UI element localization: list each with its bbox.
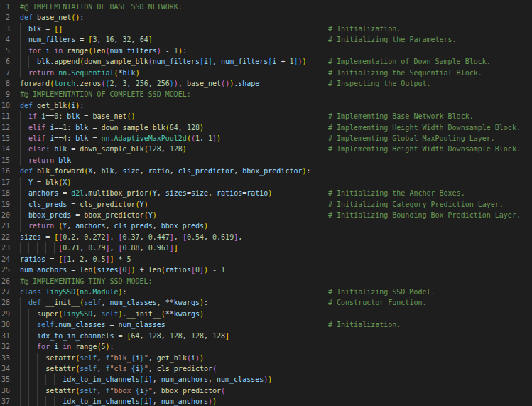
code-line[interactable]: 17 Y = blk(X)	[0, 177, 532, 188]
code-line[interactable]: 9#@ IMPLEMENTATION OF COMPLETE SSD MODEL…	[0, 89, 532, 100]
code-line[interactable]: 5 for i in range(len(num_filters) - 1):	[0, 46, 532, 56]
code-token: :	[80, 102, 84, 109]
line-number[interactable]: 22	[0, 232, 10, 242]
line-number[interactable]: 30	[0, 319, 10, 330]
line-number[interactable]: 20	[0, 210, 10, 220]
code-line[interactable]: 33 setattr(self, f"blk_{i}", get_blk(i))	[0, 353, 532, 363]
line-number[interactable]: 21	[0, 220, 10, 231]
line-number[interactable]: 28	[0, 297, 10, 308]
code-line[interactable]: 36 setattr(self, f"bbox_{i}", bbox_predi…	[0, 385, 532, 396]
code-token: =	[88, 124, 101, 132]
code-line[interactable]: 11 if i==0: blk = base_net()# Implementi…	[0, 111, 532, 122]
code-line[interactable]: 32 for i in range(5):	[0, 341, 532, 352]
line-number[interactable]: 3	[0, 23, 10, 34]
code-token: =	[67, 266, 80, 274]
code-token: cls_preds	[114, 222, 153, 230]
code-line[interactable]: 34 setattr(self, f"cls_{i}", cls_predict…	[0, 363, 532, 374]
code-line[interactable]: 22sizes = [[0.2, 0.272], [0.37, 0.447], …	[0, 232, 532, 242]
code-line[interactable]: 6 blk.append(down_sample_blk(num_filters…	[0, 56, 532, 67]
line-number[interactable]: 24	[0, 254, 10, 265]
code-token: )	[200, 310, 204, 318]
code-line[interactable]: 24ratios = [[1, 2, 0.5]] * 5	[0, 254, 532, 265]
line-number[interactable]: 36	[0, 385, 10, 396]
code-line[interactable]: 29 super(TinySSD, self).__init__(**kwarg…	[0, 309, 532, 319]
code-token: forward	[20, 80, 50, 87]
code-token: idx_to_in_channels	[63, 375, 139, 383]
line-number[interactable]: 35	[0, 374, 10, 385]
line-number[interactable]: 29	[0, 309, 10, 319]
code-line[interactable]: 23 [0.71, 0.79], [0.88, 0.961]]	[0, 242, 532, 253]
line-number[interactable]: 25	[0, 265, 10, 275]
code-token: size	[123, 167, 140, 175]
code-line[interactable]: 30 self.num_classes = num_classes# Initi…	[0, 319, 532, 330]
code-token	[20, 354, 45, 362]
line-number[interactable]: 27	[0, 287, 10, 297]
line-number[interactable]: 9	[0, 89, 10, 100]
line-number[interactable]: 16	[0, 166, 10, 176]
code-token: for	[28, 47, 41, 55]
code-line[interactable]: 12 elif i==1: blk = down_sample_blk(64, …	[0, 122, 532, 133]
code-token: 32	[123, 36, 131, 43]
code-line[interactable]: 4 num_filters = [3, 16, 32, 64]# Initial…	[0, 34, 532, 45]
code-line[interactable]: 25num_anchors = len(sizes[0]) + len(rati…	[0, 265, 532, 275]
line-number[interactable]: 37	[0, 396, 10, 406]
line-number[interactable]: 23	[0, 242, 10, 253]
code-token: base_net	[92, 112, 126, 120]
inline-comment: # Inspecting the Output.	[328, 78, 431, 89]
line-number[interactable]: 12	[0, 122, 10, 133]
code-line[interactable]: 18 anchors = d2l.multibox_prior(Y, sizes…	[0, 188, 532, 198]
line-number[interactable]: 19	[0, 199, 10, 210]
code-line[interactable]: 1#@ IMPLEMENTATION OF BASE SSD NETWORK:	[0, 1, 532, 12]
inline-comment: # Initializing the Parameters.	[328, 34, 457, 45]
code-line[interactable]: 37 idx_to_in_channels[i], num_anchors))	[0, 396, 532, 406]
code-line[interactable]: 15 return blk	[0, 155, 532, 166]
code-line[interactable]: 31 idx_to_in_channels = [64, 128, 128, 1…	[0, 331, 532, 341]
code-line[interactable]: 35 idx_to_in_channels[i], num_anchors, n…	[0, 374, 532, 385]
line-number[interactable]: 15	[0, 155, 10, 166]
code-line[interactable]: 20 bbox_preds = bbox_predictor(Y)# Initi…	[0, 210, 532, 220]
line-number[interactable]: 10	[0, 100, 10, 111]
code-token: ,	[140, 167, 148, 175]
code-line[interactable]: 8forward(torch.zeros((2, 3, 256, 256)), …	[0, 78, 532, 89]
line-number[interactable]: 7	[0, 68, 10, 78]
code-line[interactable]: 7 return nn.Sequential(*blk)# Initializi…	[0, 68, 532, 78]
code-token: :	[58, 112, 67, 120]
line-number[interactable]: 11	[0, 111, 10, 122]
code-line[interactable]: 14 else: blk = down_sample_blk(128, 128)…	[0, 144, 532, 154]
line-number[interactable]: 5	[0, 46, 10, 56]
inline-comment: # Implementing Height Width Downsample B…	[328, 122, 521, 133]
line-number[interactable]: 13	[0, 133, 10, 144]
line-number[interactable]: 1	[0, 1, 10, 12]
code-line[interactable]: 27class TinySSD(nn.Module):# Initializin…	[0, 287, 532, 297]
code-line[interactable]: 16def blk_forward(X, blk, size, ratio, c…	[0, 166, 532, 176]
code-token: #@ IMPLEMENTING TINY SSD MODEL:	[20, 277, 153, 285]
code-token	[20, 156, 28, 164]
code-line[interactable]: 2def base_net():	[0, 12, 532, 23]
code-token: ,	[109, 244, 118, 252]
line-number[interactable]: 4	[0, 34, 10, 45]
line-number[interactable]: 32	[0, 341, 10, 352]
line-number[interactable]: 18	[0, 188, 10, 198]
line-number[interactable]: 17	[0, 177, 10, 188]
code-token: ,	[140, 233, 148, 241]
code-line[interactable]: 13 elif i==4: blk = nn.AdaptiveMaxPool2d…	[0, 133, 532, 144]
code-line[interactable]: 10def get_blk(i):	[0, 100, 532, 111]
line-number[interactable]: 8	[0, 78, 10, 89]
code-line[interactable]: 3 blk = []# Initialization.	[0, 23, 532, 34]
line-number[interactable]: 31	[0, 331, 10, 341]
code-line[interactable]: 19 cls_preds = cls_predictor(Y)# Initial…	[0, 199, 532, 210]
code-line[interactable]: 21 return (Y, anchors, cls_preds, bbox_p…	[0, 220, 532, 231]
line-number[interactable]: 34	[0, 363, 10, 374]
line-number[interactable]: 2	[0, 12, 10, 23]
inline-comment: # Implementing Global MaxPooling Layer.	[328, 133, 495, 144]
inline-comment: # Initializing the Anchor Boxes.	[328, 188, 465, 198]
code-editor[interactable]: 1#@ IMPLEMENTATION OF BASE SSD NETWORK:2…	[0, 0, 532, 406]
line-number[interactable]: 33	[0, 353, 10, 363]
line-number[interactable]: 14	[0, 144, 10, 154]
line-number[interactable]: 26	[0, 276, 10, 287]
line-number[interactable]: 6	[0, 56, 10, 67]
code-token: :	[45, 145, 54, 153]
code-line[interactable]: 28 def __init__(self, num_classes, **kwa…	[0, 297, 532, 308]
code-token: **	[165, 310, 174, 318]
code-line[interactable]: 26#@ IMPLEMENTING TINY SSD MODEL:	[0, 276, 532, 287]
